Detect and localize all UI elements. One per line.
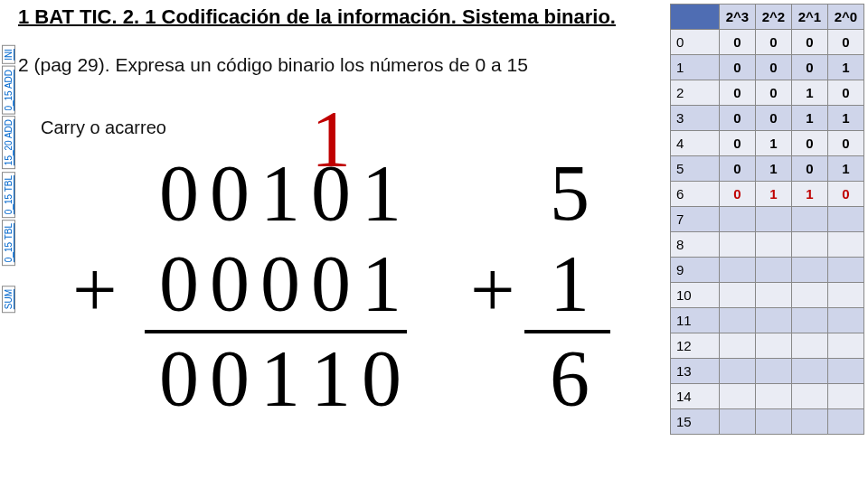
bit-cell (720, 283, 756, 308)
bit-cell: 1 (756, 131, 792, 156)
sum-row: 0 0 1 1 0 (154, 339, 407, 418)
bit-cell: 1 (828, 156, 864, 182)
bit: 0 (306, 244, 356, 324)
row-index: 8 (671, 232, 720, 258)
bit-cell: 0 (792, 30, 828, 55)
bit-cell (828, 409, 864, 435)
bit-cell: 0 (792, 55, 828, 80)
bit-cell (828, 283, 864, 308)
bit-cell (756, 258, 792, 283)
bit-cell: 0 (756, 80, 792, 106)
bit: 0 (255, 244, 306, 324)
binary-rule (145, 330, 407, 333)
table-row: 15 (671, 409, 864, 435)
tab-15-20-add[interactable]: 15_20 ADD (2, 116, 15, 169)
bit-cell (756, 207, 792, 232)
bit: 1 (255, 339, 306, 418)
tab-ini[interactable]: INI (2, 45, 15, 64)
bit-cell: 0 (828, 30, 864, 55)
bit: 0 (154, 339, 204, 418)
bit-cell (828, 207, 864, 232)
table-col-header: 2^3 (720, 5, 756, 30)
table-corner (671, 5, 720, 30)
bit-cell (756, 232, 792, 258)
bit: 1 (255, 154, 306, 233)
binary-column: 1 0 0 1 0 1 + 0 0 0 0 1 0 0 1 (18, 99, 407, 452)
bit-cell (792, 384, 828, 409)
bit-cell (828, 258, 864, 283)
bit: 0 (154, 244, 204, 324)
bit-cell (756, 409, 792, 435)
bit-cell (720, 232, 756, 258)
row-index: 10 (671, 283, 720, 308)
row-index: 13 (671, 359, 720, 384)
table-row: 11 (671, 308, 864, 333)
plus-sign: + (470, 244, 515, 335)
bit: 0 (306, 154, 356, 233)
bit-cell (792, 232, 828, 258)
binary-table: 2^32^22^12^0 000001000120010300114010050… (670, 4, 864, 435)
decimal-rule (524, 330, 610, 333)
bit-cell: 0 (720, 106, 756, 131)
tab-0-15-tbl-1[interactable]: 0_15 TBL (2, 172, 15, 218)
bit: 1 (306, 339, 356, 418)
row-index: 4 (671, 131, 720, 156)
table-row: 60110 (671, 182, 864, 207)
bit-cell (720, 207, 756, 232)
bit-cell (756, 359, 792, 384)
bit: 1 (356, 154, 407, 233)
bit-cell (720, 333, 756, 359)
bit-cell (756, 384, 792, 409)
bit-cell (792, 258, 828, 283)
bit-cell: 1 (828, 55, 864, 80)
bit-cell: 0 (720, 80, 756, 106)
table-row: 7 (671, 207, 864, 232)
bit: 0 (204, 339, 255, 418)
addition-area: 1 0 0 1 0 1 + 0 0 0 0 1 0 0 1 (18, 99, 651, 452)
table-row: 12 (671, 333, 864, 359)
table-row: 13 (671, 359, 864, 384)
bit-cell: 0 (720, 30, 756, 55)
table-row: 20010 (671, 80, 864, 106)
bit-cell: 1 (792, 80, 828, 106)
row-index: 11 (671, 308, 720, 333)
bit-cell (756, 308, 792, 333)
dec-sum: 6 (542, 339, 597, 418)
row-index: 6 (671, 182, 720, 207)
row-index: 7 (671, 207, 720, 232)
bit: 0 (204, 154, 255, 233)
exercise-subtitle: 2 (pag 29). Expresa un código binario lo… (18, 54, 528, 76)
bit-cell (720, 359, 756, 384)
operand-a-row: 0 0 1 0 1 (154, 154, 407, 233)
table-row: 00000 (671, 30, 864, 55)
bit-cell (828, 359, 864, 384)
tab-0-15-add[interactable]: 0_15 ADD (2, 66, 15, 115)
bit-cell: 1 (828, 106, 864, 131)
bit-cell (756, 333, 792, 359)
bit: 0 (154, 154, 204, 233)
row-index: 0 (671, 30, 720, 55)
tab-0-15-tbl-2[interactable]: 0_15 TBL (2, 220, 15, 266)
bit-cell: 1 (792, 106, 828, 131)
bit-cell (828, 232, 864, 258)
bit-cell (720, 258, 756, 283)
bit-cell: 0 (828, 131, 864, 156)
plus-sign: + (72, 244, 118, 335)
bit-cell (792, 207, 828, 232)
bit-cell (720, 384, 756, 409)
bit-cell: 0 (720, 55, 756, 80)
bit-cell (828, 333, 864, 359)
bit-cell (720, 308, 756, 333)
bit-cell (828, 308, 864, 333)
bit-cell: 0 (828, 80, 864, 106)
bit-cell: 1 (756, 182, 792, 207)
bit-cell: 0 (756, 106, 792, 131)
bit-cell (756, 283, 792, 308)
bit: 0 (204, 244, 255, 324)
tab-sum[interactable]: SUM (2, 286, 15, 313)
row-index: 5 (671, 156, 720, 182)
row-index: 9 (671, 258, 720, 283)
page-title: 1 BAT TIC. 2. 1 Codificación de la infor… (18, 5, 616, 29)
dec-a: 5 (542, 154, 597, 233)
table-row: 50101 (671, 156, 864, 182)
